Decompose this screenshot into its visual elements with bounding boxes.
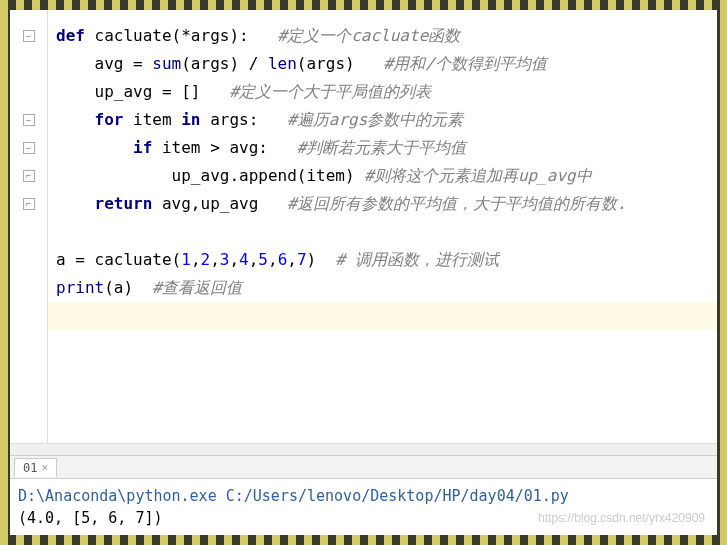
code-line[interactable]: avg = sum(args) / len(args) #用和/个数得到平均值 xyxy=(56,50,709,78)
tab-bar: 01 × xyxy=(10,455,717,479)
console-area[interactable]: D:\Anaconda\python.exe C:/Users/lenovo/D… xyxy=(10,479,717,535)
code-line[interactable]: up_avg.append(item) #则将这个元素追加再up_avg中 xyxy=(56,162,709,190)
gutter-row xyxy=(10,78,47,106)
tab-file[interactable]: 01 × xyxy=(14,458,57,477)
fold-icon[interactable]: − xyxy=(10,106,47,134)
horizontal-scrollbar[interactable] xyxy=(10,443,717,455)
fold-end-icon[interactable]: ⌐ xyxy=(10,162,47,190)
fold-end-icon[interactable]: ⌐ xyxy=(10,190,47,218)
console-path: D:\Anaconda\python.exe C:/Users/lenovo/D… xyxy=(18,485,709,507)
fold-icon[interactable]: − xyxy=(10,134,47,162)
code-line[interactable]: def cacluate(*args): #定义一个cacluate函数 xyxy=(56,22,709,50)
tab-label: 01 xyxy=(23,461,37,475)
ide-window: − − − ⌐ ⌐ def cacluate(*args): #定义一个cacl… xyxy=(10,10,717,535)
code-line[interactable]: for item in args: #遍历args参数中的元素 xyxy=(56,106,709,134)
editor-area: − − − ⌐ ⌐ def cacluate(*args): #定义一个cacl… xyxy=(10,10,717,443)
watermark: https://blog.csdn.net/yrx420909 xyxy=(538,507,705,529)
close-icon[interactable]: × xyxy=(41,461,48,474)
code-line[interactable]: return avg,up_avg #返回所有参数的平均值，大于平均值的所有数. xyxy=(56,190,709,218)
code-line[interactable]: a = cacluate(1,2,3,4,5,6,7) # 调用函数，进行测试 xyxy=(56,246,709,274)
code-line[interactable]: print(a) #查看返回值 xyxy=(56,274,709,302)
code-area[interactable]: def cacluate(*args): #定义一个cacluate函数 avg… xyxy=(48,10,717,443)
current-line-highlight xyxy=(48,302,717,330)
gutter-row xyxy=(10,274,47,302)
code-line[interactable] xyxy=(56,218,709,246)
fold-icon[interactable]: − xyxy=(10,22,47,50)
gutter-row xyxy=(10,50,47,78)
code-line[interactable]: if item > avg: #判断若元素大于平均值 xyxy=(56,134,709,162)
code-line[interactable]: up_avg = [] #定义一个大于平局值的列表 xyxy=(56,78,709,106)
gutter: − − − ⌐ ⌐ xyxy=(10,10,48,443)
gutter-row xyxy=(10,246,47,274)
gutter-row xyxy=(10,218,47,246)
